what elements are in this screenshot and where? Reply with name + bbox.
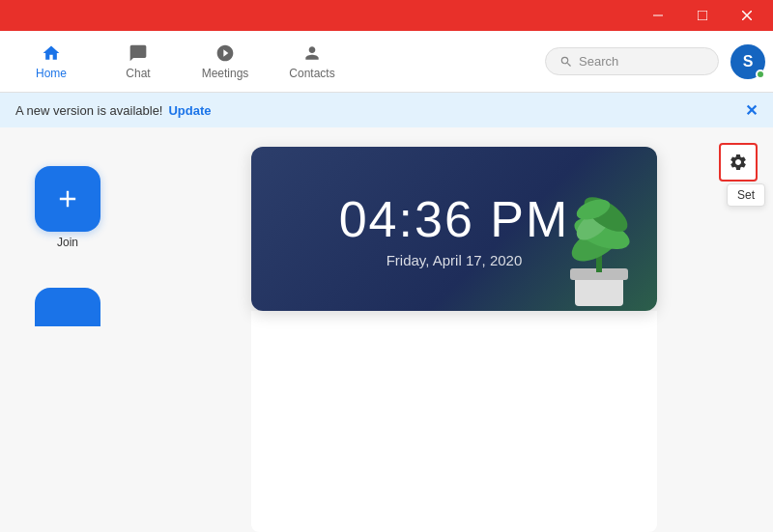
- partial-button-wrap: [35, 288, 100, 326]
- update-message: A new version is available!: [15, 103, 162, 118]
- maximize-button[interactable]: [680, 0, 725, 31]
- clock-card: 04:36 PM Friday, April 17, 2020: [251, 147, 657, 311]
- avatar[interactable]: S: [730, 44, 765, 79]
- nav-chat-label: Chat: [126, 67, 150, 80]
- title-bar: [0, 0, 773, 31]
- nav-chat[interactable]: Chat: [95, 35, 182, 89]
- close-banner-button[interactable]: ✕: [745, 101, 758, 120]
- search-icon: [559, 55, 573, 69]
- search-bar[interactable]: Search: [545, 47, 719, 75]
- update-banner: A new version is available! Update ✕: [0, 93, 773, 127]
- update-link[interactable]: Update: [168, 103, 211, 118]
- nav-contacts-label: Contacts: [289, 67, 334, 80]
- svg-rect-0: [653, 15, 663, 16]
- settings-button[interactable]: [719, 143, 758, 182]
- center-area: 04:36 PM Friday, April 17, 2020: [135, 127, 773, 532]
- nav-meetings-label: Meetings: [202, 67, 249, 80]
- left-sidebar: Join: [0, 127, 135, 532]
- gear-icon: [729, 153, 748, 172]
- clock-bottom-area: [251, 311, 657, 532]
- settings-tooltip: Set: [727, 183, 765, 207]
- nav-meetings[interactable]: Meetings: [182, 35, 269, 89]
- svg-rect-1: [698, 11, 707, 20]
- partial-button[interactable]: [35, 288, 100, 326]
- nav-home-label: Home: [36, 67, 67, 80]
- minimize-button[interactable]: [636, 0, 680, 31]
- nav-home[interactable]: Home: [8, 35, 95, 89]
- search-placeholder: Search: [579, 54, 618, 69]
- join-button[interactable]: [35, 166, 100, 232]
- nav-contacts[interactable]: Contacts: [269, 35, 356, 89]
- avatar-status-dot: [756, 70, 765, 79]
- clock-date: Friday, April 17, 2020: [386, 252, 523, 268]
- close-button[interactable]: [725, 0, 769, 31]
- join-button-wrap: Join: [35, 166, 100, 249]
- main-content: Join 04:36 PM Friday, April 17, 2020: [0, 127, 773, 532]
- clock-time: 04:36 PM: [339, 190, 570, 248]
- nav-bar: Home Chat Meetings Contacts Search S: [0, 31, 773, 93]
- join-label: Join: [57, 236, 78, 249]
- avatar-letter: S: [743, 53, 754, 70]
